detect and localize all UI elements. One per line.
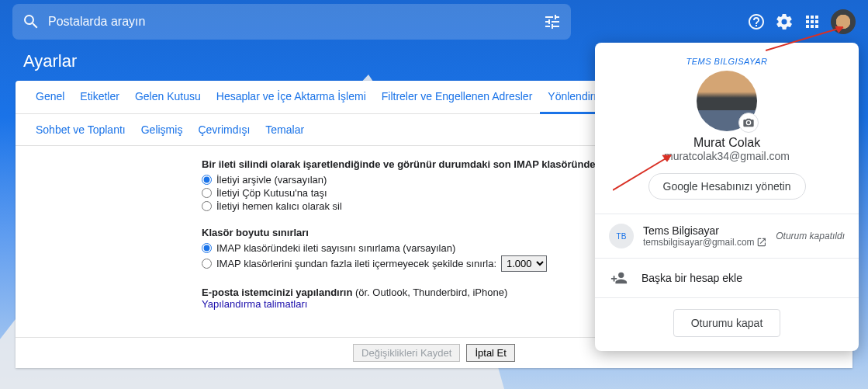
tab-inbox[interactable]: Gelen Kutusu	[127, 81, 209, 113]
tab-filters-blocked[interactable]: Filtreler ve Engellenen Adresler	[374, 81, 541, 113]
limit-select[interactable]: 1.000	[501, 255, 547, 272]
annotation-arrow-1	[766, 23, 859, 54]
camera-icon	[742, 116, 755, 129]
other-account-row[interactable]: TB Tems Bilgisayar temsbilgisayar@gmail.…	[595, 214, 859, 258]
configure-hint: (ör. Outlook, Thunderbird, iPhone)	[355, 287, 507, 298]
tab-general[interactable]: Genel	[28, 81, 72, 113]
other-account-avatar: TB	[609, 224, 634, 248]
save-button: Değişiklikleri Kaydet	[353, 344, 460, 362]
change-avatar-button[interactable]	[738, 113, 759, 133]
tab-offline[interactable]: Çevrimdışı	[190, 114, 258, 145]
tab-chat-meet[interactable]: Sohbet ve Toplantı	[28, 114, 133, 145]
annotation-arrow-2	[613, 148, 683, 194]
add-account-button[interactable]: Başka bir hesap ekle	[595, 259, 859, 297]
sign-out-button[interactable]: Oturumu kapat	[673, 309, 781, 337]
tab-advanced[interactable]: Gelişmiş	[133, 114, 191, 145]
svg-line-0	[766, 27, 843, 50]
other-account-status: Oturum kapatıldı	[776, 231, 845, 241]
tab-themes[interactable]: Temalar	[258, 114, 312, 145]
svg-marker-3	[662, 155, 671, 162]
account-popover: TEMS BILGISAYAR Murat Colak muratcolak34…	[595, 43, 859, 351]
search-input[interactable]	[40, 15, 543, 29]
config-instructions-link[interactable]: Yapılandırma talimatları	[202, 298, 307, 310]
other-account-name: Tems Bilgisayar	[643, 224, 766, 237]
configure-heading: E-posta istemcinizi yapılandırın	[202, 287, 352, 298]
search-box[interactable]	[12, 4, 571, 40]
help-icon[interactable]	[747, 12, 766, 31]
tab-accounts-import[interactable]: Hesaplar ve İçe Aktarma İşlemi	[209, 81, 374, 113]
tab-labels[interactable]: Etiketler	[72, 81, 127, 113]
person-add-icon	[610, 269, 628, 287]
cancel-button[interactable]: İptal Et	[466, 344, 514, 362]
open-in-new-icon	[756, 237, 767, 248]
other-account-email: temsbilgisayar@gmail.com	[643, 237, 755, 248]
svg-line-2	[613, 155, 671, 190]
tune-icon[interactable]	[543, 12, 562, 31]
topbar	[0, 0, 868, 37]
account-avatar-large	[697, 71, 757, 131]
search-icon	[22, 12, 40, 31]
brand-logo: TEMS BILGISAYAR	[595, 57, 859, 66]
svg-marker-1	[835, 26, 843, 33]
